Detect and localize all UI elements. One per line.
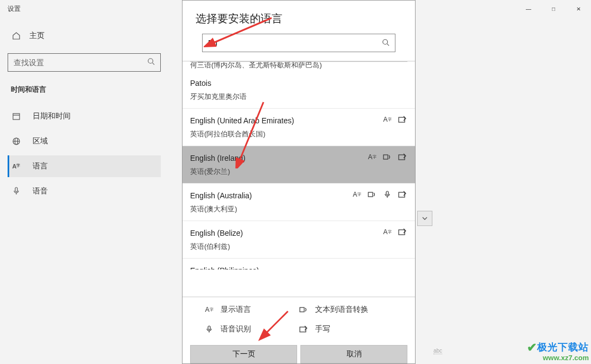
legend-tts: 文本到语音转换 <box>299 305 393 315</box>
language-search-input[interactable] <box>208 39 382 47</box>
svg-rect-11 <box>399 117 405 122</box>
handwriting-icon <box>398 190 407 199</box>
display-language-icon: A字 <box>352 190 362 199</box>
globe-icon <box>11 137 22 146</box>
language-item-philippines[interactable]: English (Philippines) <box>183 259 415 269</box>
tts-icon <box>367 190 377 199</box>
nav-date-time[interactable]: 日期和时间 <box>8 105 161 127</box>
language-search[interactable] <box>202 34 395 52</box>
dialog-buttons: 下一页 取消 <box>183 342 415 363</box>
svg-rect-14 <box>368 192 373 197</box>
dropdown-chevron[interactable] <box>417 211 432 226</box>
nav-label: 语音 <box>33 186 48 196</box>
language-item-australia[interactable]: English (Australia) 英语(澳大利亚) A字 <box>183 184 415 221</box>
svg-rect-17 <box>399 192 405 197</box>
close-button[interactable]: ✕ <box>566 0 591 17</box>
nav-label: 区域 <box>33 136 48 146</box>
search-icon <box>382 39 389 48</box>
legend-label: 显示语言 <box>221 305 251 315</box>
language-localized: 牙买加克里奥尔语 <box>190 92 407 102</box>
dialog-title: 选择要安装的语言 <box>183 1 415 34</box>
nav-label: 日期和时间 <box>33 111 71 121</box>
nav-language[interactable]: A字 语言 <box>8 155 161 177</box>
legend-display: A字 显示语言 <box>204 305 299 315</box>
abc-indicator: abc <box>433 348 442 354</box>
language-item-uae[interactable]: English (United Arab Emirates) 英语(阿拉伯联合酋… <box>183 109 415 146</box>
watermark-url: www.xz7.com <box>527 354 589 362</box>
legend-label: 语音识别 <box>221 324 251 334</box>
tts-icon <box>382 153 392 161</box>
display-language-icon: A字 <box>367 153 377 161</box>
home-label: 主页 <box>29 31 45 41</box>
legend-hand: 手写 <box>299 324 393 334</box>
svg-rect-13 <box>399 155 405 160</box>
language-localized: 英语(阿拉伯联合酋长国) <box>190 129 407 139</box>
nav-voice[interactable]: 语音 <box>8 180 161 202</box>
language-item-belize[interactable]: English (Belize) 英语(伯利兹) A字 <box>183 221 415 259</box>
cancel-button[interactable]: 取消 <box>300 345 407 363</box>
svg-rect-7 <box>15 187 17 192</box>
legend-voice: 语音识别 <box>204 324 299 334</box>
nav-label: 语言 <box>33 161 48 171</box>
search-icon <box>147 58 155 67</box>
language-list[interactable]: 何三语(博内尔岛、圣尤斯特歇斯和萨巴岛) Patois 牙买加克里奥尔语 Eng… <box>183 61 415 293</box>
svg-rect-19 <box>300 307 304 312</box>
mic-icon <box>11 187 22 196</box>
language-name: English (Belize) <box>190 229 407 237</box>
language-name: Patois <box>190 79 407 87</box>
language-icon: A字 <box>11 163 22 170</box>
watermark-brand-pre: 极光 <box>537 342 558 353</box>
display-language-icon: A字 <box>382 115 392 124</box>
svg-rect-2 <box>13 114 20 120</box>
svg-line-1 <box>153 63 155 65</box>
language-item-ireland[interactable]: English (Ireland) 英语(爱尔兰) A字 <box>183 146 415 184</box>
language-localized: 英语(澳大利亚) <box>190 204 407 214</box>
mic-icon <box>204 325 214 334</box>
svg-rect-18 <box>399 230 405 235</box>
tts-icon <box>299 305 309 314</box>
svg-rect-12 <box>383 155 388 159</box>
svg-line-10 <box>387 43 389 46</box>
language-localized: 英语(爱尔兰) <box>190 167 407 177</box>
display-language-icon: A字 <box>382 228 392 236</box>
display-language-icon: A字 <box>204 305 214 314</box>
svg-rect-20 <box>208 326 210 330</box>
mic-icon <box>382 190 392 199</box>
watermark-brand-post: 下载站 <box>558 342 589 353</box>
window-controls: — □ ✕ <box>516 0 591 17</box>
home-button[interactable]: 主页 <box>8 26 161 46</box>
svg-rect-22 <box>300 327 306 332</box>
svg-point-0 <box>148 59 153 64</box>
language-name: English (Philippines) <box>190 266 407 269</box>
language-item-patois[interactable]: Patois 牙买加克里奥尔语 <box>183 71 415 109</box>
next-button[interactable]: 下一页 <box>190 345 297 363</box>
handwriting-icon <box>398 115 407 124</box>
language-install-dialog: 选择要安装的语言 何三语(博内尔岛、圣尤斯特歇斯和萨巴岛) Patois 牙买加… <box>182 0 416 364</box>
sidebar: 主页 时间和语言 日期和时间 区域 A字 语言 语音 <box>0 26 168 205</box>
svg-point-9 <box>383 39 388 44</box>
minimize-button[interactable]: — <box>516 0 541 17</box>
maximize-button[interactable]: □ <box>541 0 566 17</box>
watermark: ✔极光下载站 www.xz7.com <box>527 340 589 362</box>
svg-rect-15 <box>386 191 388 195</box>
legend-label: 手写 <box>315 324 330 334</box>
sidebar-search[interactable] <box>8 53 161 72</box>
legend-label: 文本到语音转换 <box>315 305 368 315</box>
section-heading: 时间和语言 <box>8 85 161 95</box>
window-title: 设置 <box>8 4 21 14</box>
home-icon <box>11 32 22 40</box>
partial-cutoff-item: 何三语(博内尔岛、圣尤斯特歇斯和萨巴岛) <box>183 61 415 71</box>
calendar-icon <box>11 112 22 121</box>
nav-region[interactable]: 区域 <box>8 130 161 152</box>
handwriting-icon <box>398 153 407 161</box>
sidebar-search-input[interactable] <box>14 58 147 67</box>
handwriting-icon <box>398 228 407 236</box>
feature-legend: A字 显示语言 文本到语音转换 语音识别 手写 <box>183 297 415 342</box>
language-name: English (United Arab Emirates) <box>190 116 407 125</box>
language-localized: 英语(伯利兹) <box>190 242 407 252</box>
handwriting-icon <box>299 325 309 334</box>
